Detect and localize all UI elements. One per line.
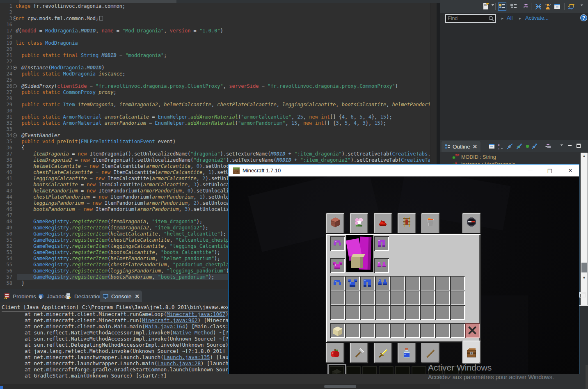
inventory-slot[interactable] (375, 276, 390, 291)
code-line[interactable]: itemDragonia2 = new ItemDragonia().setUn… (16, 157, 430, 163)
hotbar-slot[interactable] (435, 323, 450, 338)
code-line[interactable]: chestPlateCalcantite = new ItemCalcantit… (16, 169, 235, 176)
maximize-icon[interactable] (576, 143, 583, 150)
show-public-icon[interactable] (524, 143, 531, 150)
taskbar-sliver[interactable] (0, 386, 3, 389)
code-line[interactable]: ckage fr.revoltinvoc.dragonia.common; (16, 3, 125, 9)
code-line[interactable]: leggingsCalcantite = new ItemCalcantite(… (16, 176, 235, 182)
unlink-icon[interactable] (535, 3, 542, 10)
code-line[interactable]: helmetCalcantite = new ItemCalcantite(ar… (16, 163, 235, 169)
outline-item[interactable]: SFMODID : String (452, 153, 496, 161)
scroll-up-icon[interactable]: ▲ (581, 153, 588, 160)
armor-slot-boots[interactable] (374, 258, 389, 273)
code-line[interactable]: @EventHandler (16, 133, 60, 139)
code-line[interactable]: GameRegistry.registerItem(chestPlatePand… (16, 262, 235, 268)
destroy-item-slot[interactable] (465, 323, 480, 338)
armor-slot-helmet[interactable] (330, 236, 345, 251)
code-line[interactable]: public static ModDragonia instance; (16, 71, 125, 77)
code-line[interactable]: GameRegistry.registerItem(itemDragonia2,… (16, 225, 208, 231)
game-hotbar-slot[interactable] (362, 366, 377, 374)
tree-view-alt-icon[interactable] (510, 3, 517, 10)
inventory-slot[interactable] (330, 291, 345, 305)
inventory-slot[interactable] (360, 305, 375, 320)
armor-slot-leggings[interactable] (374, 236, 389, 251)
player-preview[interactable] (346, 235, 373, 272)
minimize-button[interactable]: — (523, 165, 537, 176)
inventory-slot[interactable] (345, 305, 360, 320)
inventory-slot[interactable] (330, 305, 345, 320)
code-line[interactable]: public static ArmorMaterial armorCalcant… (16, 114, 392, 120)
code-line[interactable]: @SidedProxy(clientSide = "fr.revoltinvoc… (16, 83, 398, 89)
armor-slot-chestplate[interactable] (330, 258, 345, 273)
code-line[interactable]: @Instance(ModDragonia.MODID) (16, 65, 105, 71)
tab-outline[interactable]: Outline ✕ (442, 141, 480, 152)
maximize-view-icon[interactable] (579, 292, 586, 297)
inventory-slot[interactable] (450, 305, 465, 320)
hotbar-slot[interactable] (375, 323, 390, 338)
stack-trace-link[interactable]: Minecraft.java:1067 (167, 311, 225, 317)
hotbar-slot[interactable] (360, 323, 375, 338)
tab-declaration[interactable]: Declaration (63, 291, 105, 302)
stack-trace-link[interactable]: Main.java:164 (145, 323, 185, 330)
inventory-slot[interactable] (420, 291, 435, 305)
hotbar-slot[interactable] (390, 323, 405, 338)
view-menu-icon[interactable] (559, 143, 566, 150)
close-icon[interactable]: ✕ (473, 143, 477, 150)
minimize-icon[interactable] (567, 143, 574, 150)
stack-trace-link[interactable]: Launch.java:28 (158, 360, 201, 366)
creative-tab-activator-rail[interactable] (397, 212, 416, 234)
code-line[interactable]: { (16, 145, 25, 151)
hotbar-slot[interactable] (345, 323, 360, 338)
code-line[interactable]: public void preInit(FMLPreInitialization… (16, 139, 176, 145)
stack-trace-link[interactable]: Native Method (173, 330, 213, 336)
code-line[interactable]: itemDragonia = new ItemDragonia().setUnl… (16, 151, 430, 157)
inventory-slot[interactable] (390, 276, 405, 291)
inventory-slot[interactable] (420, 305, 435, 320)
scrollbar-thumb[interactable] (324, 385, 356, 388)
maximize-button[interactable]: □ (543, 165, 557, 176)
inventory-slot[interactable] (375, 305, 390, 320)
creative-tab-apple[interactable] (325, 342, 345, 364)
refresh-icon[interactable] (567, 3, 575, 10)
hotbar-slot[interactable] (420, 323, 435, 338)
tab-console[interactable]: Console✕ (100, 291, 142, 302)
code-line[interactable]: GameRegistry.registerItem(leggingsPandor… (16, 268, 232, 274)
search-box[interactable] (445, 14, 496, 23)
hide-static-icon[interactable]: s (516, 143, 523, 150)
folded-region-box[interactable] (99, 16, 103, 21)
creative-tab-chest[interactable] (462, 341, 481, 364)
inventory-slot[interactable] (450, 276, 465, 291)
code-line[interactable]: public static ArmorMaterial armorPandori… (16, 120, 386, 126)
inventory-slot[interactable] (405, 305, 420, 320)
inventory-slot[interactable] (390, 305, 405, 320)
hotbar-slot[interactable] (450, 323, 465, 338)
dropdown-caret-icon[interactable] (491, 3, 498, 10)
focus-icon[interactable] (545, 143, 551, 150)
creative-tab-stick[interactable] (421, 342, 440, 364)
collapse-all-icon[interactable] (488, 143, 495, 150)
inventory-slot[interactable] (405, 291, 420, 305)
inventory-slot[interactable] (435, 305, 450, 320)
inventory-slot[interactable] (345, 291, 360, 305)
code-line[interactable]: lic class ModDragonia (16, 40, 78, 46)
code-line[interactable]: leggingsPandorium = new ItemPandorium(ar… (16, 200, 235, 206)
close-button[interactable]: ✕ (563, 165, 577, 176)
inventory-slot[interactable] (405, 276, 420, 291)
code-line[interactable]: public static CommonProxy proxy; (16, 89, 117, 96)
inventory-slot[interactable] (435, 291, 450, 305)
stack-trace-link[interactable]: Minecraft.java:962 (142, 317, 197, 323)
close-icon[interactable]: ✕ (135, 293, 140, 300)
code-line[interactable]: chestPlatePandorium = new ItemPandorium(… (16, 194, 235, 200)
creative-tab-golden-sword[interactable] (373, 342, 393, 364)
code-line[interactable]: GameRegistry.registerItem(bootsCalcantit… (16, 249, 220, 256)
code-line[interactable]: GameRegistry.registerItem(bootsPandorium… (16, 274, 214, 280)
code-line[interactable]: } (16, 280, 25, 286)
creative-tab-compass[interactable] (462, 212, 481, 234)
inventory-slot[interactable] (345, 276, 360, 291)
stack-trace-link[interactable]: Launch.java:135 (164, 354, 210, 360)
editor-tab-sliver[interactable] (19, 0, 176, 3)
inventory-slot[interactable] (360, 276, 375, 291)
inventory-slot[interactable] (360, 291, 375, 305)
code-line[interactable]: bootsPandorium = new ItemPandorium(armor… (16, 206, 235, 213)
console-hscrollbar[interactable] (0, 384, 440, 389)
